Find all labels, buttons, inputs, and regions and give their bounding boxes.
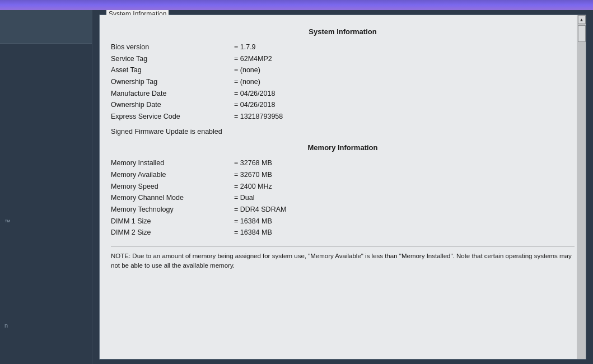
table-row: Memory Available= 32670 MB	[111, 169, 575, 181]
table-row: Ownership Tag= (none)	[111, 76, 575, 88]
memory-info-table: Memory Installed= 32768 MBMemory Availab…	[111, 157, 575, 238]
memory-note: NOTE: Due to an amount of memory being a…	[111, 246, 575, 271]
field-value: = DDR4 SDRAM	[234, 204, 286, 216]
memory-section: Memory Information Memory Installed= 327…	[111, 143, 575, 238]
field-value: = 62M4MP2	[234, 53, 272, 65]
table-row: Asset Tag= (none)	[111, 64, 575, 76]
field-value: = 32768 MB	[234, 157, 272, 169]
table-row: Memory Technology= DDR4 SDRAM	[111, 204, 575, 216]
field-label: Asset Tag	[111, 64, 234, 76]
field-label: Memory Available	[111, 169, 234, 181]
memory-info-header: Memory Information	[111, 143, 575, 152]
field-label: Manufacture Date	[111, 88, 234, 100]
scrollbar-thumb[interactable]	[578, 25, 586, 42]
field-label: Express Service Code	[111, 111, 234, 123]
field-value: = 32670 MB	[234, 169, 272, 181]
table-row: DIMM 2 Size= 16384 MB	[111, 227, 575, 239]
system-info-table: Bios version= 1.7.9Service Tag= 62M4MP2A…	[111, 41, 575, 122]
table-row: DIMM 1 Size= 16384 MB	[111, 216, 575, 227]
field-value: = (none)	[234, 76, 260, 88]
main-content: ™ n System Information System Informatio…	[0, 10, 593, 364]
field-value: = 13218793958	[234, 111, 283, 123]
firmware-note: Signed Firmware Update is enabled	[111, 128, 575, 136]
field-label: Ownership Date	[111, 99, 234, 111]
content-area: System Information System Information Bi…	[92, 10, 593, 364]
field-value: = 16384 MB	[234, 216, 272, 227]
table-row: Memory Installed= 32768 MB	[111, 157, 575, 169]
field-label: Memory Speed	[111, 181, 234, 193]
field-value: = 1.7.9	[234, 41, 256, 53]
field-label: Bios version	[111, 41, 234, 53]
panel-content: System Information Bios version= 1.7.9Se…	[100, 15, 586, 359]
field-label: DIMM 2 Size	[111, 227, 234, 239]
scrollbar[interactable]: ▲	[577, 15, 586, 359]
table-row: Memory Speed= 2400 MHz	[111, 181, 575, 193]
field-value: = 04/26/2018	[234, 88, 275, 100]
system-info-header: System Information	[111, 27, 575, 36]
table-row: Service Tag= 62M4MP2	[111, 53, 575, 65]
table-row: Manufacture Date= 04/26/2018	[111, 88, 575, 100]
table-row: Bios version= 1.7.9	[111, 41, 575, 53]
sidebar-tm-label: ™	[4, 218, 11, 225]
sidebar-n-label: n	[4, 322, 8, 329]
left-sidebar	[0, 10, 92, 364]
scrollbar-up-button[interactable]: ▲	[578, 15, 586, 24]
table-row: Ownership Date= 04/26/2018	[111, 99, 575, 111]
field-value: = Dual	[234, 192, 254, 204]
field-value: = 04/26/2018	[234, 99, 275, 111]
field-value: = 16384 MB	[234, 227, 272, 239]
field-value: = (none)	[234, 64, 260, 76]
field-label: Ownership Tag	[111, 76, 234, 88]
field-label: DIMM 1 Size	[111, 216, 234, 227]
table-row: Express Service Code= 13218793958	[111, 111, 575, 123]
top-bar	[0, 0, 593, 10]
field-label: Memory Channel Mode	[111, 192, 234, 204]
field-value: = 2400 MHz	[234, 181, 272, 193]
system-info-panel: System Information System Information Bi…	[99, 15, 586, 360]
sidebar-top-area	[0, 10, 92, 44]
field-label: Service Tag	[111, 53, 234, 65]
field-label: Memory Installed	[111, 157, 234, 169]
scrollbar-track[interactable]	[578, 24, 586, 359]
table-row: Memory Channel Mode= Dual	[111, 192, 575, 204]
field-label: Memory Technology	[111, 204, 234, 216]
